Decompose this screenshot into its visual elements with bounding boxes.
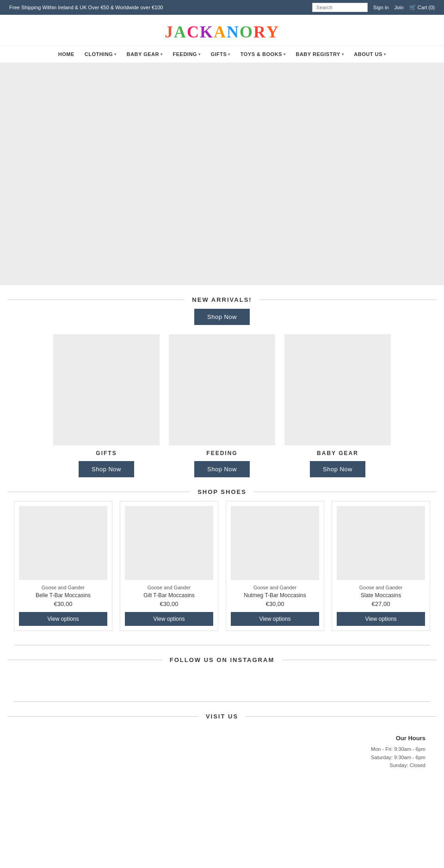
shoe-price-0: €30,00 (54, 600, 73, 607)
chevron-icon: ▾ (160, 52, 163, 56)
baby-gear-image (284, 334, 391, 445)
instagram-section: FOLLOW US ON INSTAGRAM (0, 656, 444, 697)
baby-gear-label: BABY GEAR (317, 450, 358, 456)
instagram-feed-placeholder (0, 669, 444, 697)
new-arrivals-title: NEW ARRIVALS! (0, 296, 444, 303)
hours-container: Our Hours Mon - Fri: 9:30am - 6pm Saturd… (0, 725, 444, 779)
hours-line-2: Sunday: Closed (371, 762, 426, 770)
gifts-shop-now-button[interactable]: Shop Now (79, 461, 134, 477)
view-options-button-3[interactable]: View options (337, 612, 425, 626)
shoe-name-0: Belle T-Bar Moccasins (36, 592, 91, 599)
shoes-grid: Goose and Gander Belle T-Bar Moccasins €… (14, 501, 430, 631)
hero-image (0, 63, 444, 285)
shoe-name-2: Nutmeg T-Bar Moccasins (244, 592, 306, 599)
shoe-brand-1: Goose and Gander (148, 585, 191, 590)
chevron-icon: ▾ (342, 52, 344, 56)
gifts-image (53, 334, 160, 445)
gifts-label: GIFTS (96, 450, 117, 456)
chevron-icon: ▾ (228, 52, 230, 56)
hours-text: Mon - Fri: 9:30am - 6pm Saturday: 9:30am… (371, 745, 426, 770)
visit-title: VISIT US (0, 713, 444, 720)
view-options-button-0[interactable]: View options (19, 612, 107, 626)
shoe-name-1: Gilt T-Bar Moccasins (143, 592, 194, 599)
nav-clothing[interactable]: CLOTHING ▾ (81, 50, 120, 59)
shoe-image-2 (231, 506, 319, 580)
new-arrivals-shop-now-button[interactable]: Shop Now (194, 309, 250, 325)
shoe-card-1: Goose and Gander Gilt T-Bar Moccasins €3… (120, 501, 218, 631)
join-link[interactable]: Join (394, 5, 403, 10)
shoe-brand-2: Goose and Gander (253, 585, 297, 590)
nav-baby-gear[interactable]: BABY GEAR ▾ (123, 50, 166, 59)
shoe-price-2: €30,00 (266, 600, 284, 607)
nav-gifts[interactable]: GIFTS ▾ (207, 50, 234, 59)
cart-icon: 🛒 (409, 4, 416, 11)
shoe-card-2: Goose and Gander Nutmeg T-Bar Moccasins … (226, 501, 324, 631)
logo: JACKANORY (9, 22, 435, 42)
view-options-button-2[interactable]: View options (231, 612, 319, 626)
hours-line-1: Saturday: 9:30am - 6pm (371, 754, 426, 762)
chevron-icon: ▾ (384, 52, 386, 56)
nav-about-us[interactable]: ABOUT US ▾ (350, 50, 389, 59)
feeding-shop-now-button[interactable]: Shop Now (194, 461, 250, 477)
top-bar-right: Sign in Join 🛒 Cart (0) (312, 3, 435, 12)
shoe-brand-3: Goose and Gander (359, 585, 403, 590)
hours-line-0: Mon - Fri: 9:30am - 6pm (371, 745, 426, 754)
chevron-icon: ▾ (114, 52, 117, 56)
header: JACKANORY (0, 15, 444, 45)
cart-link[interactable]: 🛒 Cart (0) (409, 4, 435, 11)
nav-baby-registry[interactable]: BABY REGISTRY ▾ (292, 50, 347, 59)
hours-title: Our Hours (371, 735, 426, 742)
category-card-baby-gear: BABY GEAR Shop Now (284, 334, 391, 477)
chevron-icon: ▾ (284, 52, 286, 56)
chevron-icon: ▾ (198, 52, 201, 56)
shoe-image-1 (125, 506, 213, 580)
nav: HOME CLOTHING ▾ BABY GEAR ▾ FEEDING ▾ GI… (0, 45, 444, 63)
divider-visit (14, 701, 430, 702)
shoe-card-0: Goose and Gander Belle T-Bar Moccasins €… (14, 501, 112, 631)
new-arrivals-btn-container: Shop Now (0, 309, 444, 325)
shoe-image-0 (19, 506, 107, 580)
shop-shoes-section: Goose and Gander Belle T-Bar Moccasins €… (0, 501, 444, 631)
top-bar: Free Shipping Within Ireland & UK Over €… (0, 0, 444, 15)
shoe-price-3: €27,00 (372, 600, 390, 607)
nav-toys-books[interactable]: TOYS & BOOKS ▾ (237, 50, 290, 59)
shoe-name-3: Slate Moccasins (361, 592, 401, 599)
category-card-gifts: GIFTS Shop Now (53, 334, 160, 477)
category-card-feeding: FEEDING Shop Now (169, 334, 275, 477)
shoe-image-3 (337, 506, 425, 580)
divider-instagram (14, 645, 430, 645)
feeding-image (169, 334, 275, 445)
view-options-button-1[interactable]: View options (125, 612, 213, 626)
shoe-card-3: Goose and Gander Slate Moccasins €27,00 … (332, 501, 430, 631)
instagram-title: FOLLOW US ON INSTAGRAM (0, 656, 444, 663)
shoe-price-1: €30,00 (160, 600, 179, 607)
shipping-text: Free Shipping Within Ireland & UK Over €… (9, 5, 163, 10)
search-input[interactable] (312, 3, 368, 12)
hours-box: Our Hours Mon - Fri: 9:30am - 6pm Saturd… (371, 735, 426, 770)
cart-label: Cart (0) (418, 5, 435, 10)
baby-gear-shop-now-button[interactable]: Shop Now (310, 461, 365, 477)
nav-feeding[interactable]: FEEDING ▾ (169, 50, 204, 59)
signin-link[interactable]: Sign in (373, 5, 389, 10)
feeding-label: FEEDING (206, 450, 237, 456)
category-grid: GIFTS Shop Now FEEDING Shop Now BABY GEA… (0, 334, 444, 477)
nav-home[interactable]: HOME (55, 50, 78, 59)
shop-shoes-title: SHOP SHOES (0, 488, 444, 495)
visit-section: VISIT US Our Hours Mon - Fri: 9:30am - 6… (0, 713, 444, 779)
shoe-brand-0: Goose and Gander (42, 585, 85, 590)
